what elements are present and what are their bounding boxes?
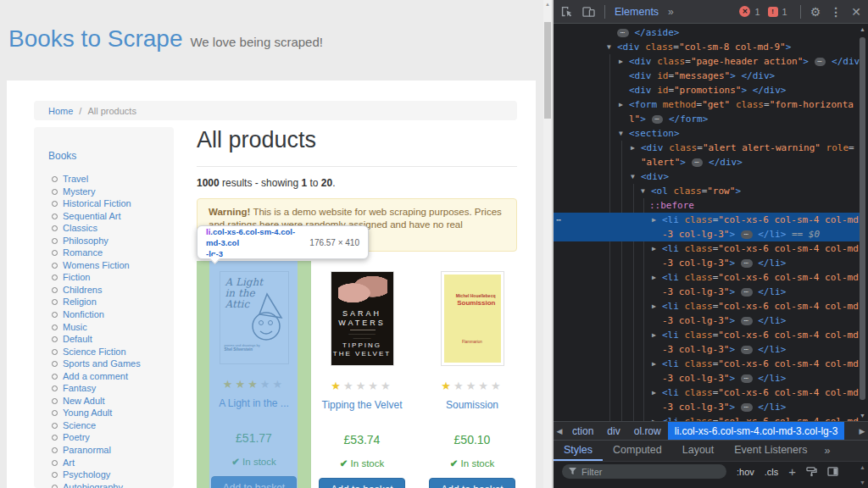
expand-ellipsis-icon[interactable]: ⋯ (741, 288, 753, 297)
more-tabs-icon[interactable]: » (817, 441, 837, 461)
more-panels-icon[interactable]: » (668, 6, 672, 18)
node-menu-icon[interactable]: ⋯ (556, 213, 562, 227)
expand-ellipsis-icon[interactable]: ⋯ (692, 158, 704, 167)
tab-layout[interactable]: Layout (672, 441, 725, 461)
toggle-hover-state-button[interactable]: :hov (737, 467, 754, 477)
expand-arrow-icon[interactable]: ▶ (652, 385, 662, 400)
tree-node[interactable]: -3 col-lg-3"> ⋯ </li> (554, 342, 861, 357)
product-cover-image[interactable]: SARAH WATERS ――――――――――――――― TIPPING THE… (331, 271, 394, 366)
rendering-emulation-icon[interactable] (806, 467, 817, 477)
page-scrollbar-thumb[interactable] (544, 22, 551, 119)
tab-event-listeners[interactable]: Event Listeners (724, 441, 817, 461)
category-link[interactable]: Science (63, 420, 96, 430)
close-devtools-icon[interactable]: ✕ (851, 5, 861, 19)
tree-node[interactable]: -3 col-lg-3"> ⋯ </li> (554, 256, 861, 270)
tree-node[interactable]: -3 col-lg-3"> ⋯ </li> (554, 285, 861, 299)
breadcrumb-node[interactable]: ction (565, 425, 600, 437)
category-link[interactable]: Childrens (63, 285, 102, 295)
product-title-link[interactable]: A Light in the ... (197, 397, 311, 409)
breadcrumb-node[interactable]: ol.row (627, 425, 668, 437)
expand-arrow-icon[interactable]: ▶ (652, 241, 662, 256)
tree-node[interactable]: ▶<li class="col-xs-6 col-sm-4 col-md (554, 414, 861, 421)
category-link[interactable]: Religion (63, 297, 97, 307)
tree-node[interactable]: ::before (554, 198, 861, 213)
inspect-element-icon[interactable] (560, 5, 573, 18)
expand-arrow-icon[interactable]: ▶ (652, 328, 662, 342)
tree-node[interactable]: l"> ⋯ </form> (554, 112, 861, 126)
product-cover-image[interactable]: Michel Houellebecq Soumission Flammarion (441, 271, 504, 366)
category-link[interactable]: Nonfiction (63, 309, 104, 319)
dock-side-icon[interactable] (827, 467, 838, 476)
toggle-class-button[interactable]: .cls (765, 467, 779, 477)
category-link[interactable]: Science Fiction (63, 347, 126, 357)
tree-node[interactable]: ⋯ </aside> (554, 25, 861, 40)
add-to-basket-button[interactable]: Add to basket (319, 478, 404, 488)
device-toolbar-icon[interactable] (582, 6, 595, 18)
expand-ellipsis-icon[interactable]: ⋯ (741, 317, 753, 325)
category-link[interactable]: Womens Fiction (63, 260, 130, 270)
category-link[interactable]: Classics (63, 223, 97, 233)
category-link[interactable]: New Adult (63, 396, 105, 406)
category-link[interactable]: Paranormal (63, 445, 111, 455)
category-link[interactable]: Sequential Art (63, 211, 121, 221)
category-link[interactable]: Romance (63, 247, 103, 258)
tree-node[interactable]: ▶<li class="col-xs-6 col-sm-4 col-md (554, 385, 861, 400)
tree-node[interactable]: ▶<li class="col-xs-6 col-sm-4 col-md (554, 299, 861, 313)
expand-arrow-icon[interactable]: ▶ (619, 97, 629, 112)
expand-arrow-icon[interactable]: ▶ (652, 414, 662, 421)
product-title-link[interactable]: Soumission (428, 399, 516, 411)
collapse-arrow-icon[interactable]: ▼ (619, 126, 629, 141)
tree-scroll-down-icon[interactable]: ▼ (860, 413, 865, 419)
category-link[interactable]: Mystery (63, 186, 96, 197)
tree-node[interactable]: ▶<div class="alert alert-warning" role= (554, 141, 861, 155)
issues-badge-icon[interactable]: ! (768, 7, 778, 17)
tree-node[interactable]: ▶<li class="col-xs-6 col-sm-4 col-md (554, 357, 861, 371)
tree-node[interactable]: <div id="messages"> </div> (554, 69, 861, 83)
breadcrumb-node-selected[interactable]: li.col-xs-6.col-sm-4.col-md-3.col-lg-3 (668, 422, 845, 441)
category-link[interactable]: Young Adult (63, 408, 112, 418)
category-link[interactable]: Travel (63, 174, 88, 184)
sidebar-books-link[interactable]: Books (48, 150, 174, 162)
tree-node[interactable]: "alert"> ⋯ </div> (554, 155, 861, 169)
tree-node[interactable]: -3 col-lg-3"> ⋯ </li> (554, 371, 861, 385)
expand-arrow-icon[interactable]: ▶ (631, 141, 641, 155)
expand-ellipsis-icon[interactable]: ⋯ (741, 346, 753, 354)
tree-node[interactable]: ▼<section> (554, 126, 861, 141)
expand-ellipsis-icon[interactable]: ⋯ (741, 403, 753, 412)
tree-node[interactable]: ▶<li class="col-xs-6 col-sm-4 col-md (554, 328, 861, 342)
expand-ellipsis-icon[interactable]: ⋯ (652, 115, 664, 124)
kebab-menu-icon[interactable]: ⋮ (830, 5, 842, 19)
tree-node[interactable]: ▶<form method="get" class="form-horizont… (554, 97, 861, 112)
collapse-arrow-icon[interactable]: ▼ (641, 184, 651, 198)
category-link[interactable]: Default (63, 334, 92, 344)
tab-styles[interactable]: Styles (554, 441, 603, 461)
tree-node[interactable]: ▼<div class="col-sm-8 col-md-9"> (554, 40, 861, 54)
breadcrumb-home-link[interactable]: Home (48, 106, 73, 116)
settings-gear-icon[interactable]: ⚙ (810, 5, 821, 19)
category-link[interactable]: Fantasy (63, 383, 96, 393)
tree-node[interactable]: ▶<div class="page-header action"> ⋯ </di… (554, 54, 861, 69)
expand-arrow-icon[interactable]: ▶ (652, 270, 662, 285)
tree-node-selected[interactable]: ⋯▶<li class="col-xs-6 col-sm-4 col-md (554, 213, 861, 227)
tree-scrollbar-thumb[interactable] (860, 37, 865, 400)
new-style-rule-icon[interactable]: + (788, 464, 796, 479)
category-link[interactable]: Fiction (63, 272, 90, 282)
add-to-basket-button[interactable]: Add to basket (211, 476, 297, 488)
category-link[interactable]: Autobiography (63, 482, 123, 488)
collapse-arrow-icon[interactable]: ▼ (631, 169, 641, 184)
page-scrollbar[interactable]: ▲ (543, 0, 552, 488)
product-cover-image[interactable]: A Light in the Attic poems and drawings … (220, 271, 289, 364)
category-link[interactable]: Historical Fiction (63, 198, 131, 208)
expand-arrow-icon[interactable]: ▶ (652, 213, 662, 227)
tab-computed[interactable]: Computed (603, 441, 672, 461)
tree-node[interactable]: -3 col-lg-3"> ⋯ </li> (554, 313, 861, 328)
category-link[interactable]: Psychology (63, 469, 110, 480)
scroll-up-arrow-icon[interactable]: ▲ (543, 0, 552, 8)
expand-arrow-icon[interactable]: ▶ (652, 299, 662, 313)
expand-ellipsis-icon[interactable]: ⋯ (617, 29, 629, 37)
category-link[interactable]: Poetry (63, 432, 90, 442)
breadcrumb-left-arrow-icon[interactable]: ◀ (554, 427, 565, 435)
category-link[interactable]: Art (63, 458, 75, 468)
styles-filter-input[interactable]: Filter (562, 464, 726, 479)
category-link[interactable]: Philosophy (63, 236, 108, 246)
